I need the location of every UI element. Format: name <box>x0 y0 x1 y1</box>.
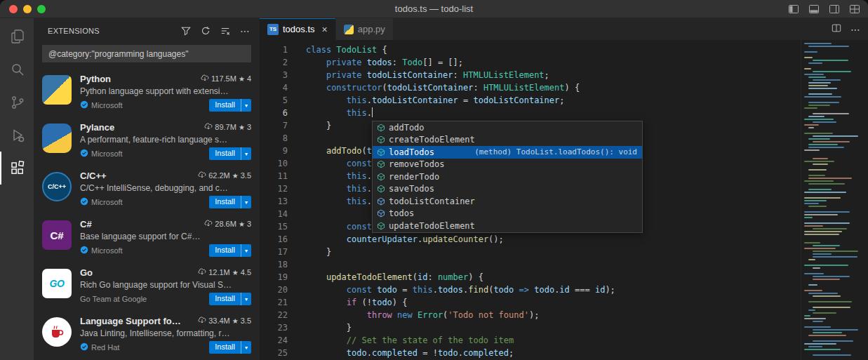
code-line[interactable]: 6 this. <box>260 107 801 119</box>
code-line[interactable]: 18 <box>260 258 801 271</box>
line-number: 20 <box>260 284 288 296</box>
extension-title-row: Go12.1M★4.5 <box>80 267 251 278</box>
code-line[interactable]: 16 counterUpdater.updateCounter(); <box>260 233 801 246</box>
rating-value: 3.5 <box>241 171 251 180</box>
extension-list-item[interactable]: Pylance89.7M★3A performant, feature-rich… <box>34 116 260 164</box>
suggest-item[interactable]: addTodo <box>373 121 642 134</box>
code-line[interactable]: 2 private todos: Todo[] = []; <box>260 56 801 69</box>
suggest-item[interactable]: saveTodos <box>373 183 642 196</box>
vscode-window: todos.ts — todo-list <box>0 0 868 360</box>
field-symbol-icon <box>375 196 387 206</box>
install-dropdown-icon[interactable]: ▾ <box>241 147 251 160</box>
extension-list-item[interactable]: C/C++C/C++62.2M★3.5C/C++ IntelliSense, d… <box>34 164 260 213</box>
code-line[interactable]: 22 throw new Error('Todo not found'); <box>260 309 801 321</box>
toggle-panel-icon[interactable] <box>808 3 820 15</box>
suggest-item-label: removeTodos <box>389 159 444 169</box>
code-line[interactable]: 4 constructor(todoListContainer: HTMLULi… <box>260 81 801 94</box>
toggle-secondary-sidebar-icon[interactable] <box>828 3 841 15</box>
toggle-primary-sidebar-icon[interactable] <box>787 3 800 15</box>
minimap[interactable] <box>801 40 868 360</box>
install-dropdown-icon[interactable]: ▾ <box>241 99 251 112</box>
code-line[interactable]: 5 this.todoListContainer = todoListConta… <box>260 94 801 107</box>
activity-bar-explorer-icon[interactable] <box>0 20 34 53</box>
code-line[interactable]: 20 const todo = this.todos.find(todo => … <box>260 284 801 296</box>
python-extension-icon <box>42 75 72 105</box>
zoom-window-button[interactable] <box>37 5 46 13</box>
extension-search <box>34 43 260 67</box>
activity-bar-search-icon[interactable] <box>0 53 34 86</box>
suggest-item[interactable]: loadTodos(method) TodoList.loadTodos(): … <box>373 146 642 159</box>
extension-list-item[interactable]: GOGo12.1M★4.5Rich Go language support fo… <box>34 261 260 309</box>
install-dropdown-icon[interactable]: ▾ <box>241 293 251 305</box>
filter-icon[interactable] <box>180 25 192 37</box>
code-text: // Set the state of the todo item <box>306 334 514 347</box>
customize-layout-icon[interactable] <box>848 3 861 15</box>
install-button[interactable]: Install▾ <box>209 196 251 208</box>
code-text: this. <box>306 107 373 119</box>
install-button[interactable]: Install▾ <box>209 244 251 257</box>
activity-bar-source-control-icon[interactable] <box>0 86 34 119</box>
cpp-extension-icon: C/C++ <box>42 172 72 201</box>
verified-publisher-icon <box>80 149 88 159</box>
cloud-download-icon <box>204 122 213 132</box>
extension-footer-row: MicrosoftInstall▾ <box>80 244 251 257</box>
install-dropdown-icon[interactable]: ▾ <box>241 244 251 257</box>
extension-stats: 28.6M★3 <box>200 219 251 229</box>
code-line[interactable]: 19 updateTodoElement(id: number) { <box>260 271 801 284</box>
editor-group: TStodos.ts×app.py ⋯ 1class TodoList {2 p… <box>260 18 868 360</box>
install-button[interactable]: Install▾ <box>209 293 251 305</box>
more-actions-icon[interactable]: ⋯ <box>850 24 861 35</box>
clear-extension-search-icon[interactable] <box>219 25 232 37</box>
code-line[interactable]: 23 } <box>260 321 801 334</box>
minimize-window-button[interactable] <box>23 5 32 13</box>
suggest-item[interactable]: todoListContainer <box>373 195 642 208</box>
line-number: 23 <box>260 321 288 334</box>
close-window-button[interactable] <box>9 5 18 13</box>
publisher-name: Microsoft <box>91 246 123 255</box>
install-dropdown-icon[interactable]: ▾ <box>241 341 251 354</box>
extension-list-item[interactable]: Language Support fo…33.4M★3.5Java Lintin… <box>34 309 260 358</box>
suggest-item[interactable]: createTodoElement <box>373 134 642 147</box>
close-tab-icon[interactable]: × <box>322 25 328 34</box>
method-symbol-icon <box>375 123 387 133</box>
extension-description: Base language support for C#… <box>80 232 251 241</box>
suggest-item-label: loadTodos <box>389 147 434 157</box>
code-line[interactable]: 17 } <box>260 246 801 258</box>
more-actions-icon[interactable]: ⋯ <box>239 25 251 37</box>
install-button[interactable]: Install▾ <box>209 341 251 354</box>
verified-publisher-icon <box>80 246 88 255</box>
suggest-item[interactable]: renderTodo <box>373 171 642 183</box>
activity-bar-run-debug-icon[interactable] <box>0 119 34 152</box>
code-line[interactable]: 1class TodoList { <box>260 44 801 56</box>
code-line[interactable]: 21 if (!todo) { <box>260 296 801 309</box>
code-line[interactable]: 25 todo.completed = !todo.completed; <box>260 347 801 359</box>
star-icon: ★ <box>239 124 245 131</box>
code-text: } <box>306 119 331 132</box>
code-text: private todos: Todo[] = []; <box>306 56 463 69</box>
install-button[interactable]: Install▾ <box>209 99 251 112</box>
install-button[interactable]: Install▾ <box>209 147 251 160</box>
code-line[interactable]: 24 // Set the state of the todo item <box>260 334 801 347</box>
install-dropdown-icon[interactable]: ▾ <box>241 196 251 208</box>
split-editor-icon[interactable] <box>832 23 841 36</box>
extension-description: Rich Go language support for Visual S… <box>80 280 251 290</box>
refresh-icon[interactable] <box>199 25 212 37</box>
rating-value: 3 <box>247 123 251 131</box>
extension-description: C/C++ IntelliSense, debugging, and c… <box>80 183 251 193</box>
extension-list-item[interactable]: Python117.5M★4Python language support wi… <box>34 67 260 116</box>
suggest-item[interactable]: todos <box>373 208 642 220</box>
tab-todos-ts[interactable]: TStodos.ts× <box>260 18 336 40</box>
extension-list-item[interactable]: C#C#28.6M★3Base language support for C#…… <box>34 213 260 261</box>
extension-description: Python language support with extensi… <box>80 86 251 96</box>
extension-stats: 62.2M★3.5 <box>194 171 251 180</box>
python-file-icon <box>344 25 354 34</box>
activity-bar-extensions-icon[interactable] <box>0 152 34 185</box>
tab-app-py[interactable]: app.py <box>336 18 394 40</box>
code-line[interactable]: 3 private todoListContainer: HTMLUListEl… <box>260 69 801 81</box>
suggest-item[interactable]: removeTodos <box>373 159 642 171</box>
code-text: private todoListContainer: HTMLUListElem… <box>306 69 549 81</box>
extension-description: A performant, feature-rich language s… <box>80 135 251 145</box>
suggest-item[interactable]: updateTodoElement <box>373 220 642 232</box>
extension-footer-row: MicrosoftInstall▾ <box>80 196 251 208</box>
extension-search-input[interactable] <box>42 45 251 62</box>
